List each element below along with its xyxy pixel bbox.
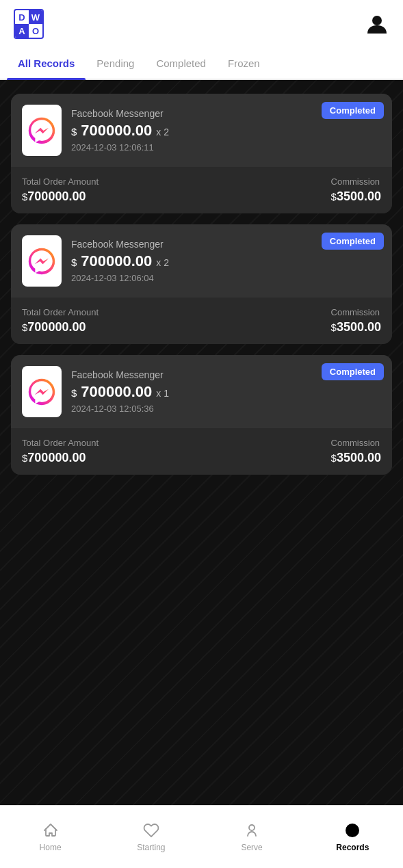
svg-point-0 bbox=[372, 16, 382, 25]
serve-icon bbox=[243, 821, 261, 839]
main-content: Facebook Messenger $ 700000.00 x 2 2024-… bbox=[0, 80, 403, 805]
card-amount: 700000.00 bbox=[81, 383, 152, 401]
messenger-logo bbox=[22, 366, 62, 417]
card-bottom: Total Order Amount $700000.00 Commission… bbox=[11, 298, 392, 344]
card-timestamp: 2024-12-03 12:06:11 bbox=[71, 142, 381, 153]
card-amount-row: $ 700000.00 x 2 bbox=[71, 122, 381, 140]
svg-point-6 bbox=[350, 828, 355, 833]
logo: D W A O bbox=[14, 9, 44, 39]
total-order-stat: Total Order Amount $700000.00 bbox=[22, 307, 99, 334]
messenger-logo bbox=[22, 235, 62, 287]
total-order-value: $700000.00 bbox=[22, 189, 99, 204]
nav-starting[interactable]: Starting bbox=[101, 806, 201, 868]
logo-cell-o: O bbox=[29, 24, 42, 38]
completed-badge: Completed bbox=[322, 363, 384, 380]
tab-all-records[interactable]: All Records bbox=[7, 48, 86, 79]
card-multiplier: x 1 bbox=[156, 388, 169, 399]
total-order-value: $700000.00 bbox=[22, 451, 99, 465]
svg-point-4 bbox=[249, 825, 255, 830]
nav-records[interactable]: Records bbox=[302, 806, 403, 868]
commission-label: Commission bbox=[331, 307, 381, 317]
commission-stat: Commission $3500.00 bbox=[331, 307, 381, 334]
logo-cell-d: D bbox=[15, 10, 29, 24]
total-order-label: Total Order Amount bbox=[22, 176, 99, 187]
avatar[interactable] bbox=[365, 12, 389, 36]
card-timestamp: 2024-12-03 12:05:36 bbox=[71, 404, 381, 414]
commission-label: Commission bbox=[331, 438, 381, 448]
logo-cell-a: A bbox=[15, 24, 29, 38]
nav-serve[interactable]: Serve bbox=[202, 806, 302, 868]
nav-home[interactable]: Home bbox=[0, 806, 101, 868]
bottom-nav: Home Starting Serve Records bbox=[0, 805, 403, 868]
commission-value: $3500.00 bbox=[331, 320, 381, 334]
card-dollar: $ bbox=[71, 126, 77, 137]
commission-stat: Commission $3500.00 bbox=[331, 176, 381, 204]
total-order-value: $700000.00 bbox=[22, 320, 99, 334]
tab-pending[interactable]: Pending bbox=[86, 48, 145, 79]
card-dollar: $ bbox=[71, 257, 77, 268]
tab-completed[interactable]: Completed bbox=[145, 48, 217, 79]
heart-icon bbox=[142, 821, 160, 839]
record-card: Facebook Messenger $ 700000.00 x 1 2024-… bbox=[11, 355, 392, 475]
total-order-label: Total Order Amount bbox=[22, 438, 99, 448]
card-bottom: Total Order Amount $700000.00 Commission… bbox=[11, 428, 392, 475]
tab-frozen[interactable]: Frozen bbox=[217, 48, 271, 79]
card-bottom: Total Order Amount $700000.00 Commission… bbox=[11, 167, 392, 213]
nav-serve-label: Serve bbox=[241, 843, 262, 852]
commission-value: $3500.00 bbox=[331, 189, 381, 204]
completed-badge: Completed bbox=[322, 233, 384, 250]
card-amount: 700000.00 bbox=[81, 122, 152, 140]
messenger-logo bbox=[22, 105, 62, 156]
total-order-stat: Total Order Amount $700000.00 bbox=[22, 438, 99, 465]
home-icon bbox=[42, 821, 60, 839]
card-amount: 700000.00 bbox=[81, 252, 152, 270]
card-timestamp: 2024-12-03 12:06:04 bbox=[71, 273, 381, 283]
commission-value: $3500.00 bbox=[331, 451, 381, 465]
completed-badge: Completed bbox=[322, 102, 384, 119]
record-card: Facebook Messenger $ 700000.00 x 2 2024-… bbox=[11, 94, 392, 213]
nav-home-label: Home bbox=[40, 843, 62, 852]
commission-label: Commission bbox=[331, 176, 381, 187]
card-multiplier: x 2 bbox=[156, 127, 169, 137]
card-amount-row: $ 700000.00 x 1 bbox=[71, 383, 381, 401]
total-order-stat: Total Order Amount $700000.00 bbox=[22, 176, 99, 204]
total-order-label: Total Order Amount bbox=[22, 307, 99, 317]
tabs: All Records Pending Completed Frozen bbox=[0, 48, 403, 80]
commission-stat: Commission $3500.00 bbox=[331, 438, 381, 465]
header: D W A O bbox=[0, 0, 403, 48]
card-top: Facebook Messenger $ 700000.00 x 2 2024-… bbox=[11, 224, 392, 298]
card-dollar: $ bbox=[71, 387, 77, 399]
card-top: Facebook Messenger $ 700000.00 x 1 2024-… bbox=[11, 355, 392, 428]
card-amount-row: $ 700000.00 x 2 bbox=[71, 252, 381, 270]
nav-starting-label: Starting bbox=[137, 843, 165, 852]
logo-cell-w: W bbox=[29, 10, 42, 24]
records-icon bbox=[343, 821, 361, 839]
nav-records-label: Records bbox=[336, 843, 369, 852]
card-top: Facebook Messenger $ 700000.00 x 2 2024-… bbox=[11, 94, 392, 167]
card-multiplier: x 2 bbox=[156, 257, 169, 268]
record-card: Facebook Messenger $ 700000.00 x 2 2024-… bbox=[11, 224, 392, 344]
